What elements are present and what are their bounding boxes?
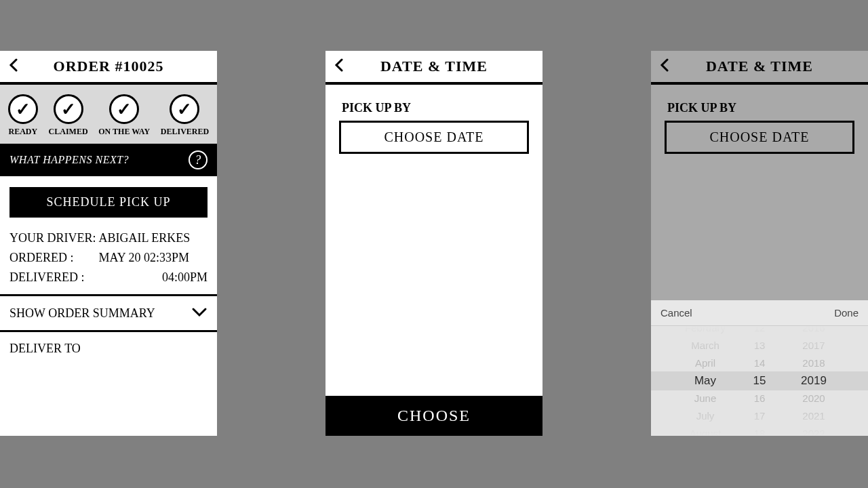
wheel-item[interactable]: February [685,326,726,337]
driver-name: ABIGAIL ERKES [98,231,208,245]
wheel-item[interactable]: 17 [754,407,766,425]
screen-date-time: DATE & TIME PICK UP BY CHOOSE DATE CHOOS… [326,51,542,436]
header: DATE & TIME [651,51,868,85]
wheel-item-selected[interactable]: 15 [753,372,766,390]
wheel-item[interactable]: 2018 [802,354,825,372]
ordered-row: ORDERED : MAY 20 02:33PM [0,248,217,268]
ordered-value: MAY 20 02:33PM [98,251,208,265]
screen-order-detail: ORDER #10025 ✓ READY ✓ CLAIMED ✓ ON THE … [0,51,217,436]
wheel-item[interactable]: 2022 [802,425,825,436]
page-title: DATE & TIME [658,58,861,75]
ordered-label: ORDERED : [9,251,98,265]
check-icon: ✓ [8,94,38,124]
wheel-item-selected[interactable]: 2019 [801,372,827,390]
pickup-label: PICK UP BY [651,85,868,121]
help-icon[interactable]: ? [189,150,208,169]
wheel-item[interactable]: 2020 [802,390,825,407]
wheel-item[interactable]: 2016 [802,326,825,337]
wheel-item[interactable]: 13 [754,337,766,354]
wheel-item[interactable]: 12 [754,326,766,337]
header: ORDER #10025 [0,51,217,85]
delivered-label: DELIVERED : [9,270,98,285]
status-claimed: ✓ CLAIMED [49,94,88,137]
check-icon: ✓ [170,94,199,124]
wheel-item[interactable]: 18 [754,425,766,436]
wheel-item[interactable]: June [694,390,717,407]
driver-row: YOUR DRIVER: ABIGAIL ERKES [0,228,217,248]
status-tracker: ✓ READY ✓ CLAIMED ✓ ON THE WAY ✓ DELIVER… [0,85,217,144]
summary-label: SHOW ORDER SUMMARY [9,306,155,321]
whats-next-bar[interactable]: WHAT HAPPENS NEXT? ? [0,144,217,176]
wheel-item[interactable]: 2021 [802,407,825,425]
wheel-item[interactable]: 2017 [802,337,825,354]
choose-date-input[interactable]: CHOOSE DATE [665,121,854,154]
page-title: DATE & TIME [332,58,536,75]
month-wheel[interactable]: February March April May June July Augus… [678,326,732,436]
driver-label: YOUR DRIVER: [9,231,98,245]
show-summary-toggle[interactable]: SHOW ORDER SUMMARY [0,296,217,332]
year-wheel[interactable]: 2016 2017 2018 2019 2020 2021 2022 [787,326,841,436]
status-label: ON THE WAY [98,127,150,137]
wheel-item[interactable]: 14 [754,354,766,372]
chevron-down-icon [191,304,208,322]
choose-button[interactable]: CHOOSE [326,396,542,436]
check-icon: ✓ [109,94,139,124]
done-button[interactable]: Done [834,307,859,319]
deliver-to-section: DELIVER TO [0,332,217,356]
date-picker: Cancel Done February March April May Jun… [651,300,868,436]
choose-date-input[interactable]: CHOOSE DATE [339,121,529,154]
picker-wheels[interactable]: February March April May June July Augus… [651,326,868,436]
deliver-to-label: DELIVER TO [9,342,81,355]
status-ready: ✓ READY [8,94,38,137]
status-ontheway: ✓ ON THE WAY [98,94,150,137]
status-label: READY [9,127,38,137]
wheel-item-selected[interactable]: May [694,372,716,390]
status-delivered: ✓ DELIVERED [161,94,209,137]
delivered-value: 04:00PM [98,270,208,285]
cancel-button[interactable]: Cancel [660,307,692,319]
check-icon: ✓ [54,94,83,124]
wheel-item[interactable]: April [695,354,715,372]
status-label: DELIVERED [161,127,209,137]
delivered-row: DELIVERED : 04:00PM [0,268,217,287]
screen-date-time-picker: DATE & TIME PICK UP BY CHOOSE DATE Cance… [651,51,868,436]
wheel-item[interactable]: 16 [754,390,766,407]
schedule-pickup-button[interactable]: SCHEDULE PICK UP [9,187,208,218]
header: DATE & TIME [326,51,542,85]
status-label: CLAIMED [49,127,88,137]
wheel-item[interactable]: July [696,407,715,425]
pickup-label: PICK UP BY [326,85,542,121]
picker-toolbar: Cancel Done [651,300,868,326]
wheel-item[interactable]: March [691,337,719,354]
page-title: ORDER #10025 [7,58,210,75]
wheel-item[interactable]: August [690,425,722,436]
whats-next-label: WHAT HAPPENS NEXT? [9,154,129,166]
day-wheel[interactable]: 12 13 14 15 16 17 18 [732,326,787,436]
